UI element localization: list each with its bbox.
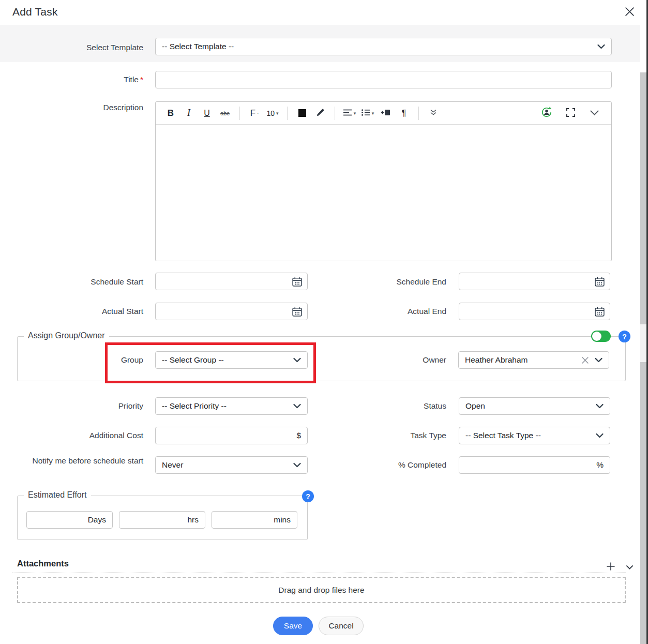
group-dropdown[interactable]: -- Select Group -- [155, 351, 308, 369]
description-label: Description [0, 102, 143, 113]
actual-end-input[interactable] [459, 303, 610, 320]
clear-icon[interactable] [582, 357, 589, 364]
owner-value: Heather Abraham [465, 355, 582, 365]
font-family-dot: · [257, 111, 259, 116]
actual-start-input[interactable] [155, 303, 308, 320]
calendar-icon[interactable] [594, 276, 605, 289]
description-editor[interactable]: B I U abc F· 10▾ ▾ [155, 101, 612, 261]
collapse-attachments-button[interactable] [623, 560, 636, 574]
notify-value: Never [162, 460, 293, 470]
additional-cost-label: Additional Cost [0, 430, 143, 441]
scrollbar-track[interactable] [640, 324, 646, 362]
calendar-icon[interactable] [292, 306, 303, 319]
effort-help-icon[interactable]: ? [302, 490, 314, 502]
cancel-button[interactable]: Cancel [319, 617, 364, 635]
font-family-glyph: F [250, 108, 255, 118]
caret-down-icon: ▾ [276, 111, 279, 116]
calendar-icon[interactable] [292, 276, 303, 289]
additional-cost-input[interactable]: $ [155, 427, 308, 444]
bold-button[interactable]: B [164, 106, 177, 121]
file-dropzone[interactable]: Drag and drop files here [17, 577, 626, 603]
list-button[interactable]: ▾ [361, 106, 374, 121]
effort-days-input[interactable]: Days [26, 511, 113, 529]
task-type-label: Task Type [310, 430, 446, 441]
chevron-down-icon [597, 42, 605, 51]
indent-button[interactable] [379, 106, 393, 121]
save-button[interactable]: Save [273, 617, 313, 635]
toolbar-divider [418, 107, 419, 120]
scrollbar-thumb[interactable] [640, 362, 646, 644]
toggle-knob [592, 332, 601, 341]
effort-hours-input[interactable]: hrs [119, 511, 205, 529]
dollar-suffix: $ [296, 431, 301, 440]
underline-button[interactable]: U [200, 106, 214, 121]
plus-icon [607, 562, 615, 572]
chevron-down-icon [293, 460, 301, 470]
actual-start-label: Actual Start [0, 306, 143, 317]
owner-label: Owner [310, 354, 446, 365]
notify-dropdown[interactable]: Never [155, 456, 308, 474]
font-size-button[interactable]: 10▾ [266, 106, 279, 121]
chevron-down-icon [293, 401, 301, 411]
task-type-value: -- Select Task Type -- [465, 431, 596, 440]
days-suffix: Days [88, 515, 106, 525]
required-asterisk: * [140, 75, 143, 84]
strikethrough-button[interactable]: abc [218, 106, 232, 121]
schedule-start-input[interactable] [155, 273, 308, 290]
collapse-toolbar-button[interactable] [587, 106, 601, 121]
scrollbar-thumb[interactable] [640, 72, 646, 324]
schedule-end-input[interactable] [459, 273, 610, 290]
select-template-dropdown[interactable]: -- Select Template -- [155, 38, 612, 55]
title-label: Title* [0, 74, 143, 85]
completed-input[interactable]: % [459, 456, 610, 474]
align-icon [343, 109, 352, 117]
assign-group-owner-legend: Assign Group/Owner [24, 331, 109, 340]
chevron-down-icon [596, 401, 604, 411]
status-value: Open [465, 401, 596, 411]
group-value: -- Select Group -- [162, 355, 293, 365]
paragraph-direction-button[interactable]: ¶ [397, 106, 411, 121]
italic-button[interactable]: I [182, 106, 195, 121]
chevron-down-icon [596, 431, 604, 440]
title-input[interactable] [155, 71, 612, 88]
assign-toggle[interactable] [591, 331, 611, 342]
group-label: Group [0, 354, 143, 365]
chevron-down-icon [626, 563, 633, 571]
schedule-end-label: Schedule End [310, 276, 446, 287]
highlight-button[interactable] [313, 106, 327, 121]
description-textarea[interactable] [156, 125, 611, 261]
bullet-list-icon [361, 109, 370, 117]
close-button[interactable] [622, 5, 637, 20]
add-task-dialog: Add Task Select Template -- Select Templ… [0, 0, 648, 644]
font-family-button[interactable]: F· [248, 106, 261, 121]
insert-requester-button[interactable] [540, 106, 553, 121]
task-type-dropdown[interactable]: -- Select Task Type -- [459, 427, 610, 444]
fullscreen-icon [566, 108, 576, 119]
font-size-value: 10 [266, 109, 275, 117]
schedule-start-label: Schedule Start [0, 276, 143, 287]
font-color-button[interactable] [295, 106, 309, 121]
more-tools-button[interactable] [427, 106, 440, 121]
priority-dropdown[interactable]: -- Select Priority -- [155, 397, 308, 415]
fullscreen-button[interactable] [564, 106, 577, 121]
estimated-effort-legend: Estimated Effort [24, 490, 91, 500]
color-swatch-icon [298, 109, 306, 117]
effort-minutes-input[interactable]: mins [212, 511, 297, 529]
toolbar-divider [335, 107, 335, 120]
editor-toolbar: B I U abc F· 10▾ ▾ [156, 102, 611, 125]
toolbar-divider [239, 107, 240, 120]
page-title: Add Task [12, 6, 58, 18]
pencil-icon [316, 108, 325, 118]
owner-dropdown[interactable]: Heather Abraham [458, 351, 609, 369]
align-button[interactable]: ▾ [343, 106, 356, 121]
priority-label: Priority [0, 400, 143, 411]
assign-help-icon[interactable]: ? [619, 331, 630, 342]
status-dropdown[interactable]: Open [459, 397, 610, 415]
calendar-icon[interactable] [594, 306, 605, 319]
title-label-text: Title [124, 75, 139, 84]
add-attachment-button[interactable] [604, 560, 617, 574]
caret-down-icon: ▾ [354, 111, 356, 116]
attachments-divider [12, 573, 626, 573]
completed-label: % Completed [310, 459, 446, 470]
chevron-down-icon [595, 355, 602, 365]
